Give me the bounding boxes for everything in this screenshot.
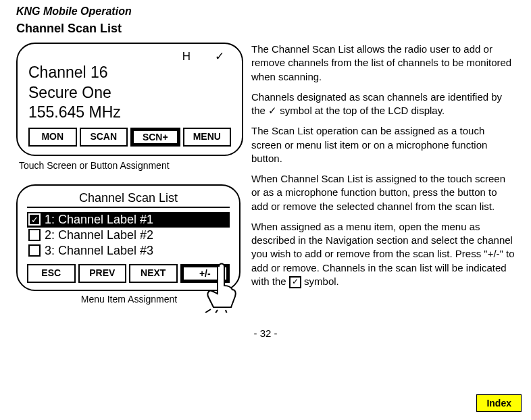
- checkbox-checked-icon: ✓: [289, 276, 301, 288]
- section-title: Channel Scan List: [16, 22, 515, 36]
- paragraph: The Scan List operation can be assigned …: [251, 124, 515, 165]
- svg-line-0: [205, 309, 211, 313]
- lcd-secure-mode: Secure One: [28, 84, 231, 103]
- softkey-menu[interactable]: MENU: [183, 128, 232, 147]
- scan-check-icon: ✓: [215, 51, 224, 62]
- scanlist-title: Channel Scan List: [27, 191, 230, 208]
- softkey-scn-plus[interactable]: SCN+: [130, 128, 180, 147]
- body-text: The Channel Scan List allows the radio u…: [251, 43, 515, 318]
- check-icon: ✓: [268, 105, 277, 116]
- svg-line-1: [215, 310, 218, 313]
- lcd-display-scanlist: Channel Scan List ✓ 1: Channel Label #1 …: [16, 184, 241, 291]
- softkey-plusminus[interactable]: +/-: [180, 264, 230, 283]
- softkey-prev[interactable]: PREV: [78, 264, 127, 283]
- scanlist-item-label: 1: Channel Label #1: [45, 213, 153, 227]
- scanlist-item[interactable]: 2: Channel Label #2: [27, 228, 230, 243]
- paragraph: The Channel Scan List allows the radio u…: [251, 43, 515, 84]
- softkey-next[interactable]: NEXT: [129, 264, 178, 283]
- scanlist-item[interactable]: ✓ 1: Channel Label #1: [27, 212, 230, 228]
- checkbox-empty-icon: [28, 244, 41, 257]
- paragraph: When assigned as a menu item, open the m…: [251, 220, 515, 288]
- lcd-display-main: H ✓ Channel 16 Secure One 155.645 MHz MO…: [16, 43, 243, 156]
- paragraph: Channels designated as scan channels are…: [251, 90, 515, 118]
- scanlist-item-label: 2: Channel Label #2: [45, 228, 153, 242]
- index-button[interactable]: Index: [476, 394, 522, 412]
- softkey-scan[interactable]: SCAN: [80, 128, 128, 147]
- scanlist-item-label: 3: Channel Label #3: [45, 244, 153, 258]
- paragraph: When Channel Scan List is assigned to th…: [251, 172, 515, 213]
- indicator-h: H: [182, 51, 191, 62]
- lcd1-caption: Touch Screen or Button Assignment: [19, 160, 239, 171]
- scanlist-item[interactable]: 3: Channel Label #3: [27, 243, 230, 259]
- lcd2-caption: Menu Item Assignment: [19, 294, 239, 305]
- lcd-frequency: 155.645 MHz: [28, 103, 231, 122]
- softkey-esc[interactable]: ESC: [27, 264, 76, 283]
- checkbox-empty-icon: [28, 229, 41, 241]
- page-number: - 32 -: [16, 327, 515, 339]
- softkey-mon[interactable]: MON: [28, 128, 77, 147]
- svg-line-2: [226, 310, 227, 313]
- doc-title: KNG Mobile Operation: [16, 5, 515, 18]
- checkbox-checked-icon: ✓: [28, 213, 41, 226]
- lcd-channel-name: Channel 16: [28, 63, 231, 82]
